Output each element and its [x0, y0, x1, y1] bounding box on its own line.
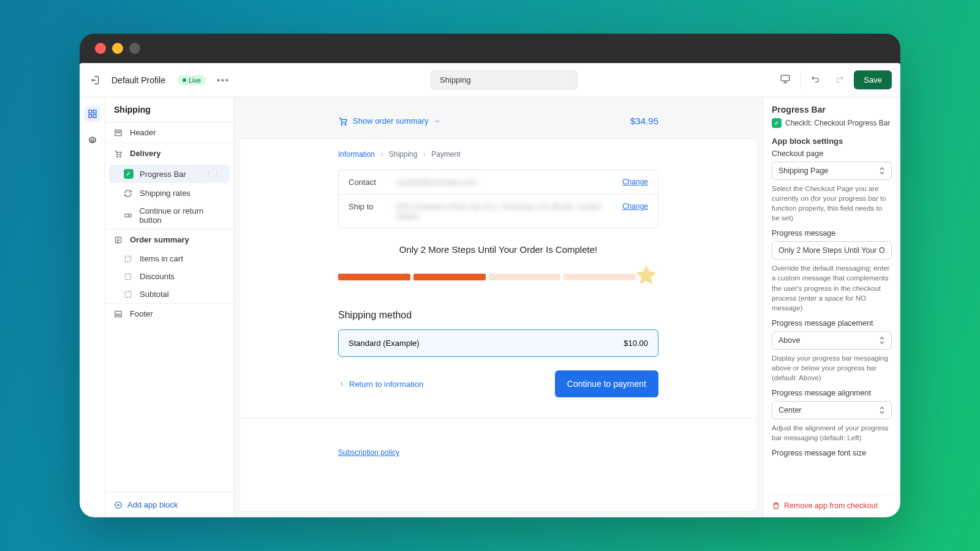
svg-rect-1 — [89, 110, 92, 113]
refresh-icon — [124, 189, 134, 198]
star-icon — [634, 263, 658, 290]
placeholder-icon — [124, 272, 134, 281]
select-chevron-icon — [879, 406, 885, 414]
progress-message-input[interactable]: Only 2 More Steps Until Your Order Is — [772, 241, 892, 260]
progress-message-help: Override the default messaging; enter a … — [772, 263, 892, 312]
ship-to-row: Ship to 500 Anywhere Drive Apt 411, Over… — [339, 194, 658, 228]
contact-ship-box: Contact sample@example.com Change Ship t… — [338, 170, 658, 228]
sections-rail-icon[interactable] — [85, 106, 100, 122]
ship-to-value-redacted: 500 Anywhere Drive Apt 411, Overseas GA … — [396, 202, 611, 220]
app-body: Shipping Header Delivery — [80, 97, 900, 517]
alignment-value: Center — [778, 406, 802, 414]
svg-rect-16 — [115, 315, 122, 317]
settings-rail-icon[interactable] — [85, 133, 100, 149]
section-delivery-label: Delivery — [130, 149, 161, 158]
close-window-dot[interactable] — [95, 43, 106, 54]
viewport-icon[interactable] — [776, 71, 794, 89]
section-delivery[interactable]: Delivery — [105, 143, 233, 163]
section-order-summary[interactable]: Order summary — [105, 230, 233, 250]
footer-layout-icon — [114, 310, 124, 318]
left-panel: Shipping Header Delivery — [105, 97, 234, 517]
select-chevron-icon — [879, 167, 885, 175]
contact-value-redacted: sample@example.com — [396, 178, 611, 187]
show-order-summary-toggle[interactable]: Show order summary — [338, 116, 441, 126]
checkout-page-select[interactable]: Shipping Page — [772, 162, 892, 180]
order-total: $34.95 — [630, 116, 658, 126]
return-link-label: Return to information — [349, 380, 423, 389]
tree-item-shipping-rates[interactable]: Shipping rates — [105, 184, 233, 202]
section-footer[interactable]: Footer — [105, 304, 233, 324]
placeholder-icon — [124, 290, 134, 299]
continue-to-payment-button[interactable]: Continue to payment — [555, 370, 658, 397]
tree-item-label: Items in cart — [140, 254, 183, 263]
tree-item-label: Shipping rates — [140, 189, 190, 198]
return-to-information-link[interactable]: Return to information — [338, 380, 423, 389]
placement-select[interactable]: Above — [772, 331, 892, 350]
remove-app-link[interactable]: Remove app from checkout — [772, 495, 892, 510]
left-rail — [80, 97, 105, 517]
progress-message-value: Only 2 More Steps Until Your Order Is — [778, 246, 885, 255]
app-badge-icon: ✓ — [124, 169, 134, 179]
alignment-help: Adjust the alignment of your progress ba… — [772, 423, 892, 443]
settings-panel: Progress Bar ✓ CheckIt: Checkout Progres… — [763, 97, 900, 517]
svg-rect-15 — [115, 311, 122, 314]
shipping-option[interactable]: Standard (Example) $10.00 — [338, 329, 658, 357]
panel-title: Shipping — [105, 97, 233, 122]
exit-icon[interactable] — [88, 75, 103, 85]
shipping-option-price: $10.00 — [624, 339, 648, 348]
save-button[interactable]: Save — [854, 70, 892, 89]
tree-item-label: Discounts — [140, 272, 175, 281]
svg-rect-2 — [93, 110, 96, 113]
alignment-select[interactable]: Center — [772, 401, 892, 419]
add-app-block-label: Add app block — [127, 500, 178, 509]
svg-rect-10 — [125, 214, 132, 217]
progress-seg-1 — [338, 274, 410, 280]
settings-app-name: CheckIt: Checkout Progress Bar — [785, 119, 890, 127]
preview-area: Show order summary $34.95 Information › … — [234, 97, 763, 517]
drag-handle-icon[interactable]: ⋮⋮ — [205, 170, 221, 178]
add-app-block-button[interactable]: Add app block — [105, 492, 233, 517]
svg-rect-7 — [115, 133, 122, 136]
svg-rect-4 — [93, 114, 96, 118]
redo-icon[interactable] — [831, 72, 848, 89]
profile-label: Default Profile — [111, 75, 165, 85]
section-header[interactable]: Header — [105, 122, 233, 143]
minimize-window-dot[interactable] — [112, 43, 123, 54]
progress-seg-4 — [564, 274, 636, 280]
live-dot-icon — [183, 78, 186, 82]
section-order-summary-label: Order summary — [130, 235, 189, 244]
settings-app-row: ✓ CheckIt: Checkout Progress Bar — [772, 118, 892, 128]
more-menu-icon[interactable]: ••• — [214, 73, 232, 88]
undo-icon[interactable] — [807, 72, 824, 89]
tree-item-progress-bar[interactable]: ✓ Progress Bar ⋮⋮ — [109, 165, 230, 183]
change-contact-link[interactable]: Change — [622, 178, 648, 186]
subscription-policy-link[interactable]: Subscription policy — [338, 448, 399, 457]
svg-rect-0 — [782, 75, 790, 81]
svg-point-9 — [120, 156, 121, 157]
tree-item-subtotal[interactable]: Subtotal — [105, 285, 233, 303]
page-selector[interactable]: Shipping — [431, 70, 578, 89]
tree-item-discounts[interactable]: Discounts — [105, 268, 233, 285]
svg-rect-3 — [89, 114, 92, 118]
tree-item-items-in-cart[interactable]: Items in cart — [105, 250, 233, 268]
app-frame: Default Profile Live ••• Shipping — [80, 63, 900, 517]
svg-point-8 — [116, 156, 118, 157]
placement-value: Above — [778, 336, 800, 345]
svg-point-19 — [345, 124, 346, 125]
app-badge-icon: ✓ — [772, 118, 782, 128]
maximize-window-dot[interactable] — [129, 43, 140, 54]
checkout-page-label: Checkout page — [772, 149, 892, 158]
button-icon — [124, 211, 133, 220]
change-ship-to-link[interactable]: Change — [622, 202, 648, 211]
mac-traffic-lights — [80, 34, 900, 63]
svg-rect-12 — [125, 256, 130, 261]
tree-item-continue-return[interactable]: Continue or return button — [105, 202, 233, 229]
placeholder-icon — [124, 255, 134, 263]
breadcrumb: Information › Shipping › Payment — [338, 150, 658, 159]
crumb-information[interactable]: Information — [338, 150, 375, 159]
svg-point-5 — [91, 140, 94, 142]
show-order-summary-label: Show order summary — [353, 116, 429, 126]
preview-card: Show order summary $34.95 Information › … — [240, 103, 756, 511]
settings-title: Progress Bar — [772, 105, 892, 114]
tree-item-label: Subtotal — [140, 290, 169, 299]
